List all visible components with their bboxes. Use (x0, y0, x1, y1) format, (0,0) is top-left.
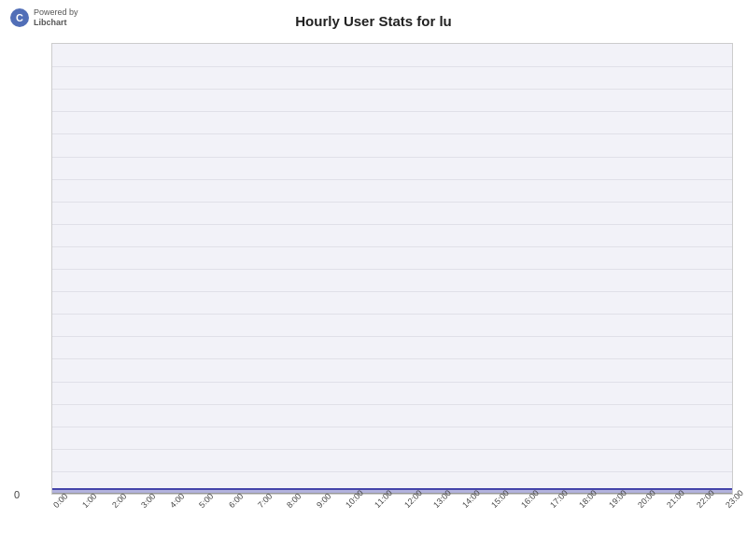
data-line (52, 488, 732, 490)
x-label-23: 23:00 (724, 497, 737, 510)
grid-line (52, 358, 732, 359)
chart-title: Hourly User Stats for lu (0, 13, 747, 29)
x-label-3: 3:00 (139, 497, 152, 510)
x-label-17: 17:00 (548, 497, 561, 510)
grid-line (52, 246, 732, 247)
x-label-21: 21:00 (665, 497, 678, 510)
x-label-15: 15:00 (489, 497, 502, 510)
x-label-6: 6:00 (227, 497, 240, 510)
x-label-7: 7:00 (256, 497, 269, 510)
x-axis-labels: 0:00 1:00 2:00 3:00 4:00 5:00 6:00 7:00 … (51, 499, 733, 555)
x-label-13: 13:00 (431, 497, 444, 510)
x-label-9: 9:00 (315, 497, 328, 510)
x-label-1: 1:00 (80, 497, 93, 510)
y-axis-zero-label: 0 (14, 489, 20, 500)
grid-line (52, 269, 732, 270)
grid-line (52, 427, 732, 427)
grid-line (52, 314, 732, 315)
x-label-12: 12:00 (402, 497, 416, 510)
x-label-18: 18:00 (577, 497, 590, 510)
grid-line (52, 291, 732, 292)
x-label-19: 19:00 (607, 497, 620, 510)
x-label-11: 11:00 (373, 497, 386, 510)
grid-lines (52, 44, 732, 494)
grid-line (52, 66, 732, 67)
x-label-2: 2:00 (110, 497, 123, 510)
grid-line (52, 179, 732, 180)
grid-line (52, 404, 732, 405)
page: C Powered by Libchart Hourly User Stats … (0, 0, 747, 560)
x-label-8: 8:00 (285, 497, 298, 510)
x-label-16: 16:00 (519, 497, 532, 510)
grid-line (52, 449, 732, 450)
grid-line (52, 133, 732, 134)
chart-area (51, 43, 733, 495)
x-label-20: 20:00 (636, 497, 649, 510)
x-label-4: 4:00 (168, 497, 181, 510)
grid-line (52, 111, 732, 112)
x-label-14: 14:00 (460, 497, 473, 510)
grid-line (52, 471, 732, 472)
chart-inner (52, 44, 732, 494)
grid-line (52, 89, 732, 90)
grid-line (52, 202, 732, 203)
grid-line (52, 157, 732, 158)
grid-line (52, 382, 732, 383)
x-label-0: 0:00 (51, 497, 64, 510)
x-label-5: 5:00 (197, 497, 210, 510)
x-label-10: 10:00 (344, 497, 357, 510)
grid-line (52, 224, 732, 225)
x-label-22: 22:00 (695, 497, 708, 510)
grid-line (52, 336, 732, 337)
